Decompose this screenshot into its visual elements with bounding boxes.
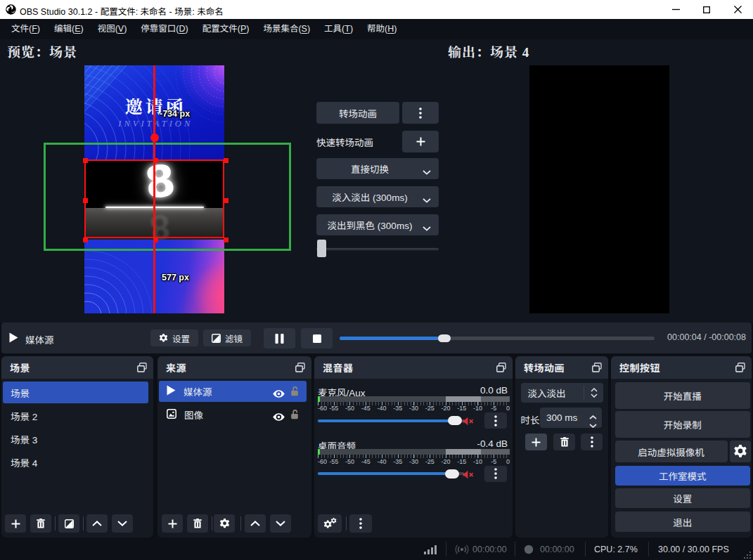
- source-lock-button[interactable]: [290, 386, 299, 399]
- record-status-icon-wrap: [524, 545, 534, 557]
- start-recording-button[interactable]: 开始录制: [615, 411, 751, 438]
- mixer-settings-button[interactable]: [318, 514, 342, 533]
- transition-menu-button[interactable]: [581, 434, 603, 450]
- minimize-button[interactable]: [660, 0, 691, 19]
- selection-handle[interactable]: [224, 198, 229, 203]
- remove-scene-button[interactable]: [30, 514, 51, 533]
- mixer-volume-handle[interactable]: [448, 416, 462, 425]
- mixer-volume-slider[interactable]: [318, 419, 464, 422]
- obs-logo: [6, 4, 16, 15]
- start-streaming-button[interactable]: 开始直播: [615, 382, 751, 409]
- mute-button[interactable]: [463, 469, 475, 482]
- exit-button[interactable]: 退出: [615, 512, 751, 532]
- media-stop-button[interactable]: [301, 328, 333, 349]
- source-visibility-button[interactable]: [273, 411, 285, 424]
- selection-handle[interactable]: [224, 158, 229, 163]
- selection-handle[interactable]: [224, 237, 229, 242]
- menu-item[interactable]: 文件(F): [4, 19, 47, 39]
- source-up-button[interactable]: [245, 514, 266, 533]
- mixer-channel-menu-button[interactable]: [484, 412, 507, 429]
- menu-item[interactable]: 帮助(H): [360, 19, 404, 39]
- media-seek-slider[interactable]: [340, 337, 655, 340]
- transition-fade-black-combo[interactable]: 淡出到黑色 (300ms): [316, 214, 439, 235]
- scene-list-item[interactable]: 场景 3: [3, 428, 148, 450]
- add-scene-button[interactable]: [5, 514, 26, 533]
- selection-handle[interactable]: [153, 237, 158, 242]
- selection-handle[interactable]: [83, 237, 88, 242]
- rotation-handle[interactable]: [150, 134, 159, 142]
- scenes-dock: 场景 场景场景 2场景 3场景 4: [1, 356, 153, 538]
- scene-list-item[interactable]: 场景 4: [3, 451, 148, 473]
- scene-filters-button[interactable]: [58, 514, 79, 533]
- menu-item[interactable]: 工具(T): [317, 19, 360, 39]
- duration-spinbox[interactable]: 300 ms: [540, 408, 602, 428]
- scene-down-button[interactable]: [112, 514, 133, 533]
- selection-handle[interactable]: [153, 158, 158, 163]
- transitions-menu-button[interactable]: [402, 102, 439, 124]
- transition-slider-handle[interactable]: [317, 240, 326, 257]
- menu-item[interactable]: 编辑(E): [47, 19, 91, 39]
- controls-popout-button[interactable]: [735, 363, 745, 375]
- transitions-popout-button[interactable]: [592, 363, 602, 375]
- mixer-dock-title: 混音器: [323, 360, 354, 375]
- eye-icon: [273, 413, 285, 421]
- mute-button[interactable]: [463, 416, 475, 429]
- source-down-button[interactable]: [270, 514, 291, 533]
- scene-list-item[interactable]: 场景: [3, 382, 148, 403]
- menu-item[interactable]: 停靠窗口(D): [134, 19, 195, 39]
- media-settings-button[interactable]: 设置: [150, 330, 198, 346]
- scene-list-item[interactable]: 场景 2: [3, 405, 148, 426]
- virtual-camera-config-button[interactable]: [730, 441, 751, 462]
- mixer-tick-label: -25: [425, 405, 435, 412]
- mixer-menu-button[interactable]: [349, 514, 372, 533]
- kebab-menu-icon: [591, 436, 593, 448]
- selection-handle[interactable]: [83, 198, 88, 203]
- close-button[interactable]: [722, 0, 753, 19]
- program-canvas[interactable]: [529, 65, 669, 314]
- unlock-icon: [290, 410, 299, 419]
- settings-button[interactable]: 设置: [615, 488, 751, 508]
- mixer-channel-menu-button[interactable]: [484, 466, 507, 482]
- maximize-button[interactable]: [691, 0, 722, 19]
- source-list-item[interactable]: 图像: [159, 404, 307, 425]
- selection-handle[interactable]: [83, 158, 88, 163]
- resize-grip[interactable]: [742, 549, 752, 560]
- mixer-popout-button[interactable]: [496, 363, 506, 375]
- mixer-tick-label: -5: [491, 458, 496, 465]
- source-properties-button[interactable]: [214, 514, 235, 533]
- scenes-popout-button[interactable]: [137, 363, 147, 375]
- media-filters-button[interactable]: 滤镜: [203, 330, 251, 346]
- spinner-down-icon: [589, 424, 597, 428]
- add-transition-button[interactable]: [525, 434, 547, 450]
- quick-transition-add-button[interactable]: [402, 131, 439, 152]
- transitions-button[interactable]: 转场动画: [316, 102, 399, 124]
- source-list-item[interactable]: 媒体源: [159, 381, 307, 402]
- menu-item[interactable]: 配置文件(P): [195, 19, 257, 39]
- media-pause-button[interactable]: [264, 328, 295, 349]
- selection-rectangle[interactable]: [84, 159, 225, 239]
- transition-direct-combo[interactable]: 直接切换: [316, 158, 439, 179]
- add-source-button[interactable]: [162, 514, 183, 533]
- remove-transition-button[interactable]: [553, 434, 575, 450]
- menu-item[interactable]: 视图(V): [91, 19, 134, 39]
- kebab-menu-icon: [494, 468, 497, 479]
- virtual-camera-button[interactable]: 启动虚拟摄像机: [615, 441, 728, 462]
- mixer-volume-handle[interactable]: [445, 469, 459, 478]
- mixer-volume-slider[interactable]: [318, 472, 464, 475]
- sources-popout-button[interactable]: [295, 363, 305, 375]
- controls-dock-header: 控制按钮: [611, 356, 752, 379]
- source-lock-button[interactable]: [290, 410, 299, 422]
- spinbox-down-wrap[interactable]: [589, 419, 597, 430]
- transition-slider-track[interactable]: [316, 248, 439, 250]
- scene-up-button[interactable]: [86, 514, 108, 533]
- mixer-toolbar: [314, 514, 513, 534]
- status-bar: 00:00:00 00:00:00 CPU: 2.7% 30.00 / 30.0…: [0, 538, 753, 560]
- transition-fade-combo[interactable]: 淡入淡出 (300ms): [316, 186, 439, 207]
- studio-mode-button[interactable]: 工作室模式: [615, 466, 751, 486]
- duration-label: 时长: [521, 412, 540, 426]
- media-seek-handle[interactable]: [438, 334, 451, 342]
- menu-item[interactable]: 场景集合(S): [256, 19, 317, 39]
- transition-type-combo[interactable]: 淡入淡出: [521, 383, 603, 403]
- source-visibility-button[interactable]: [273, 388, 285, 401]
- remove-source-button[interactable]: [187, 514, 208, 533]
